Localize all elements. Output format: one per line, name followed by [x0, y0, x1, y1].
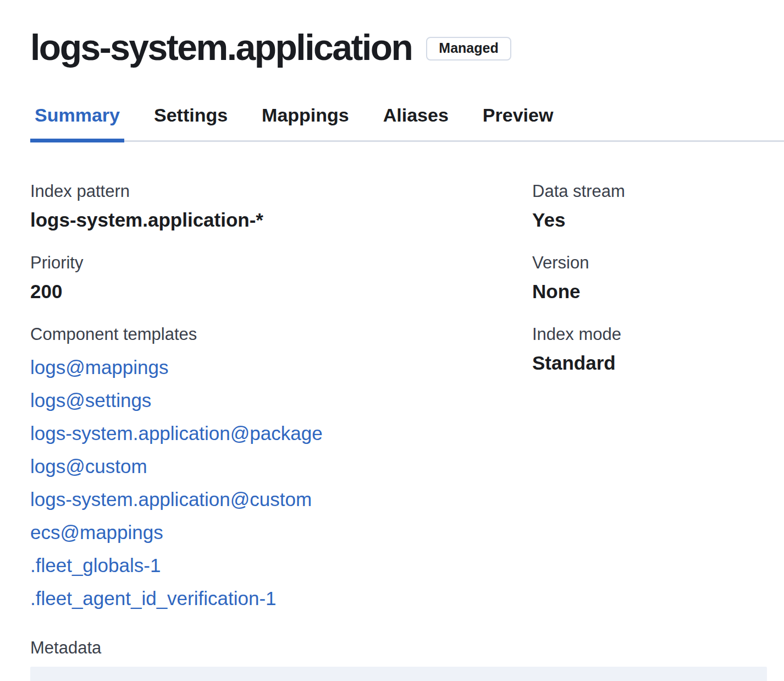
component-template-link[interactable]: logs-system.application@custom	[30, 483, 532, 516]
tab-aliases[interactable]: Aliases	[379, 105, 453, 140]
data-stream-value: Yes	[532, 208, 784, 232]
metadata-code-block	[30, 667, 767, 681]
priority-label: Priority	[30, 252, 532, 274]
version-value: None	[532, 279, 784, 304]
index-mode-label: Index mode	[532, 323, 784, 345]
component-template-link[interactable]: .fleet_globals-1	[30, 549, 532, 582]
summary-right-column: Data stream Yes Version None Index mode …	[532, 180, 784, 635]
component-template-link[interactable]: logs@settings	[30, 384, 532, 417]
version-row: Version None	[532, 252, 784, 304]
component-template-link[interactable]: logs@custom	[30, 450, 532, 483]
version-label: Version	[532, 252, 784, 274]
template-details-flyout: logs-system.application Managed Summary …	[0, 26, 784, 681]
tab-preview[interactable]: Preview	[478, 105, 558, 140]
data-stream-row: Data stream Yes	[532, 180, 784, 232]
summary-left-column: Index pattern logs-system.application-* …	[30, 180, 532, 635]
index-mode-row: Index mode Standard	[532, 323, 784, 375]
tab-mappings[interactable]: Mappings	[257, 105, 354, 140]
component-templates-label: Component templates	[30, 323, 532, 345]
tab-settings[interactable]: Settings	[150, 105, 232, 140]
component-template-link[interactable]: .fleet_agent_id_verification-1	[30, 582, 532, 615]
component-template-link[interactable]: logs@mappings	[30, 351, 532, 384]
index-pattern-label: Index pattern	[30, 180, 532, 202]
page-title: logs-system.application	[30, 26, 412, 68]
component-template-link[interactable]: logs-system.application@package	[30, 417, 532, 450]
index-mode-value: Standard	[532, 351, 784, 375]
tab-bar: Summary Settings Mappings Aliases Previe…	[30, 105, 784, 142]
data-stream-label: Data stream	[532, 180, 784, 202]
metadata-label: Metadata	[30, 637, 784, 659]
summary-content: Index pattern logs-system.application-* …	[30, 180, 784, 635]
priority-row: Priority 200	[30, 252, 532, 304]
header: logs-system.application Managed	[30, 26, 784, 68]
index-pattern-row: Index pattern logs-system.application-*	[30, 180, 532, 232]
metadata-section: Metadata	[30, 637, 784, 681]
managed-badge: Managed	[426, 37, 511, 61]
index-pattern-value: logs-system.application-*	[30, 208, 532, 232]
tab-summary[interactable]: Summary	[30, 105, 124, 140]
priority-value: 200	[30, 279, 532, 304]
component-templates-list: logs@mappings logs@settings logs-system.…	[30, 351, 532, 615]
component-templates-row: Component templates logs@mappings logs@s…	[30, 323, 532, 615]
component-template-link[interactable]: ecs@mappings	[30, 516, 532, 549]
